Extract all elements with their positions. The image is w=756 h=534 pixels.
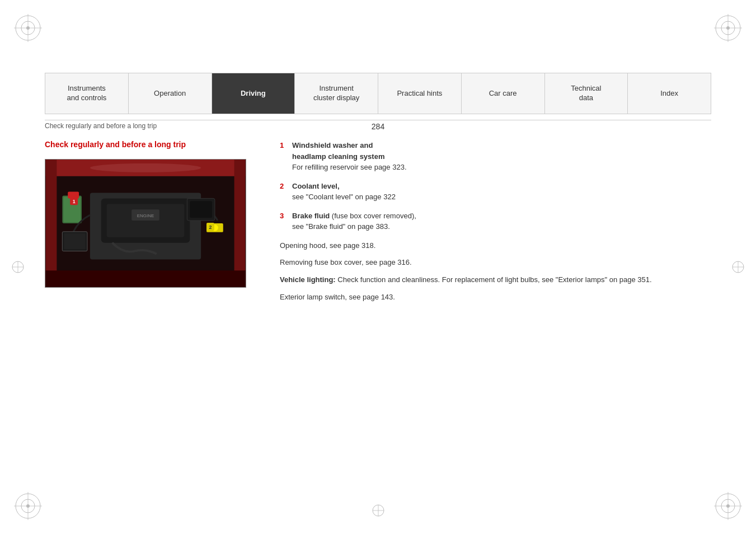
- svg-rect-46: [64, 233, 86, 250]
- right-column: 1 Windshield washer andheadlamp cleaning…: [280, 140, 711, 309]
- nav-technical-data[interactable]: Technical data: [545, 73, 628, 114]
- svg-rect-44: [190, 201, 212, 218]
- corner-decoration-bottom-right: [711, 489, 745, 523]
- page-number: 284: [372, 122, 384, 131]
- svg-rect-32: [234, 160, 246, 287]
- svg-rect-31: [46, 160, 57, 287]
- nav-instruments-and-controls[interactable]: Instruments and controls: [45, 73, 129, 114]
- breadcrumb: Check regularly and before a long trip: [45, 122, 157, 130]
- reg-mark-right: [731, 260, 745, 274]
- nav-car-care[interactable]: Car care: [462, 73, 545, 114]
- body-text-vehicle-lighting: Vehicle lighting: Check function and cle…: [280, 274, 711, 286]
- nav-operation[interactable]: Operation: [129, 73, 212, 114]
- section-heading: Check regularly and before a long trip: [45, 140, 257, 149]
- nav-practical-hints[interactable]: Practical hints: [378, 73, 462, 114]
- corner-decoration-bottom-left: [11, 489, 45, 523]
- left-column: Check regularly and before a long trip E…: [45, 140, 257, 288]
- body-text-exterior-lamp: Exterior lamp switch, see page 143.: [280, 292, 711, 303]
- svg-text:2: 2: [209, 224, 212, 230]
- corner-decoration-top-right: [711, 11, 745, 45]
- body-text-fuse-box: Removing fuse box cover, see page 316.: [280, 257, 711, 269]
- svg-point-14: [26, 504, 30, 508]
- divider-line: [45, 120, 711, 120]
- numbered-item-1: 1 Windshield washer andheadlamp cleaning…: [280, 140, 711, 173]
- body-text-opening-hood: Opening hood, see page 318.: [280, 240, 711, 252]
- svg-point-52: [90, 163, 201, 172]
- nav-instrument-cluster-display[interactable]: Instrument cluster display: [295, 73, 378, 114]
- svg-point-4: [26, 26, 30, 30]
- svg-point-9: [726, 26, 730, 30]
- nav-driving[interactable]: Driving: [212, 73, 295, 114]
- navigation-bar: Instruments and controls Operation Drivi…: [45, 73, 711, 114]
- numbered-item-2: 2 Coolant level, see "Coolant level" on …: [280, 181, 711, 203]
- engine-bay-image: ENGINE 1: [45, 159, 246, 288]
- content-area: Check regularly and before a long trip E…: [45, 140, 711, 500]
- reg-mark-left: [11, 260, 25, 274]
- corner-decoration-top-left: [11, 11, 45, 45]
- svg-text:ENGINE: ENGINE: [137, 213, 154, 218]
- numbered-item-3: 3 Brake fluid (fuse box cover removed),s…: [280, 210, 711, 232]
- svg-rect-51: [46, 270, 246, 287]
- svg-text:1: 1: [73, 199, 76, 204]
- svg-point-19: [726, 504, 730, 508]
- reg-mark-bottom-center: [372, 504, 385, 517]
- nav-index[interactable]: Index: [628, 73, 711, 114]
